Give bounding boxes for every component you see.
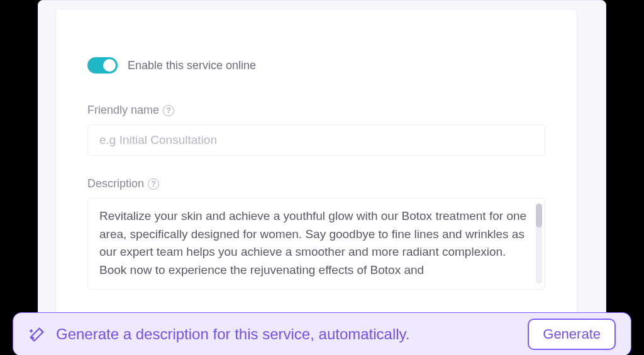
description-label: Description bbox=[87, 177, 144, 190]
friendly-name-label-row: Friendly name ? bbox=[87, 104, 545, 117]
magic-wand-icon bbox=[28, 325, 46, 343]
enable-service-toggle[interactable] bbox=[87, 57, 118, 74]
help-icon[interactable]: ? bbox=[163, 105, 174, 116]
ai-prompt-text: Generate a description for this service,… bbox=[56, 325, 518, 343]
ai-generate-bar: Generate a description for this service,… bbox=[13, 312, 631, 355]
generate-button[interactable]: Generate bbox=[528, 319, 616, 350]
scrollbar-track[interactable] bbox=[536, 204, 542, 284]
enable-service-label: Enable this service online bbox=[128, 59, 256, 72]
toggle-knob bbox=[103, 59, 116, 72]
description-textarea[interactable] bbox=[88, 199, 545, 287]
scrollbar-thumb[interactable] bbox=[536, 204, 542, 227]
description-textarea-wrap bbox=[87, 198, 545, 290]
help-icon[interactable]: ? bbox=[148, 178, 159, 190]
friendly-name-label: Friendly name bbox=[87, 104, 159, 117]
description-label-row: Description ? bbox=[87, 177, 545, 190]
friendly-name-input[interactable] bbox=[87, 124, 545, 156]
service-settings-panel: Enable this service online Friendly name… bbox=[55, 9, 577, 355]
enable-service-row: Enable this service online bbox=[87, 57, 545, 74]
